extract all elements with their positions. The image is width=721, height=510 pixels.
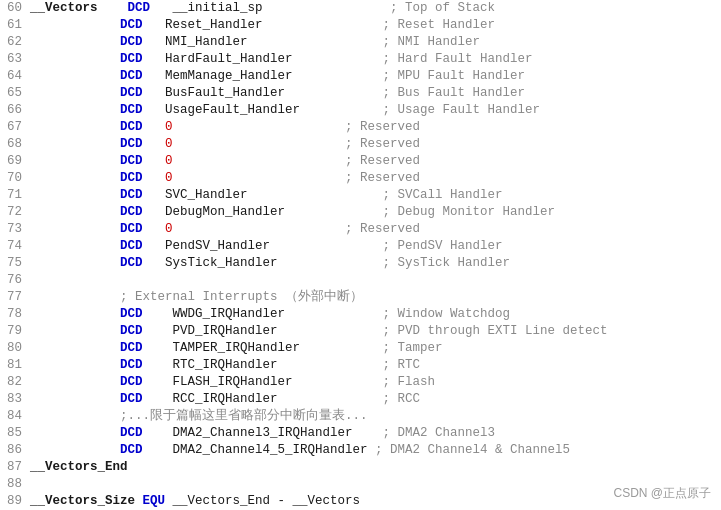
table-row: 73 DCD 0 ; Reserved	[0, 221, 721, 238]
table-row: 80 DCD TAMPER_IRQHandler ; Tamper	[0, 340, 721, 357]
line-number: 85	[0, 425, 30, 442]
line-number: 81	[0, 357, 30, 374]
line-content: DCD DebugMon_Handler ; Debug Monitor Han…	[30, 204, 721, 221]
table-row: 85 DCD DMA2_Channel3_IRQHandler ; DMA2 C…	[0, 425, 721, 442]
line-content: DCD PVD_IRQHandler ; PVD through EXTI Li…	[30, 323, 721, 340]
table-row: 77 ; External Interrupts （外部中断）	[0, 289, 721, 306]
table-row: 83 DCD RCC_IRQHandler ; RCC	[0, 391, 721, 408]
line-number: 63	[0, 51, 30, 68]
table-row: 82 DCD FLASH_IRQHandler ; Flash	[0, 374, 721, 391]
line-content: DCD 0 ; Reserved	[30, 221, 721, 238]
table-row: 70 DCD 0 ; Reserved	[0, 170, 721, 187]
table-row: 72 DCD DebugMon_Handler ; Debug Monitor …	[0, 204, 721, 221]
line-number: 71	[0, 187, 30, 204]
line-content: DCD TAMPER_IRQHandler ; Tamper	[30, 340, 721, 357]
line-content: DCD UsageFault_Handler ; Usage Fault Han…	[30, 102, 721, 119]
line-content: ; External Interrupts （外部中断）	[30, 289, 721, 306]
line-content: DCD BusFault_Handler ; Bus Fault Handler	[30, 85, 721, 102]
line-number: 78	[0, 306, 30, 323]
line-number: 62	[0, 34, 30, 51]
table-row: 60__Vectors DCD __initial_sp ; Top of St…	[0, 0, 721, 17]
line-content: DCD WWDG_IRQHandler ; Window Watchdog	[30, 306, 721, 323]
line-number: 75	[0, 255, 30, 272]
table-row: 81 DCD RTC_IRQHandler ; RTC	[0, 357, 721, 374]
table-row: 62 DCD NMI_Handler ; NMI Handler	[0, 34, 721, 51]
line-number: 77	[0, 289, 30, 306]
line-content: DCD SysTick_Handler ; SysTick Handler	[30, 255, 721, 272]
line-content: DCD 0 ; Reserved	[30, 170, 721, 187]
table-row: 64 DCD MemManage_Handler ; MPU Fault Han…	[0, 68, 721, 85]
line-number: 61	[0, 17, 30, 34]
table-row: 75 DCD SysTick_Handler ; SysTick Handler	[0, 255, 721, 272]
line-number: 83	[0, 391, 30, 408]
line-content: DCD 0 ; Reserved	[30, 119, 721, 136]
table-row: 67 DCD 0 ; Reserved	[0, 119, 721, 136]
table-row: 78 DCD WWDG_IRQHandler ; Window Watchdog	[0, 306, 721, 323]
line-content: DCD DMA2_Channel3_IRQHandler ; DMA2 Chan…	[30, 425, 721, 442]
line-number: 65	[0, 85, 30, 102]
table-row: 76	[0, 272, 721, 289]
table-row: 87__Vectors_End	[0, 459, 721, 476]
line-number: 72	[0, 204, 30, 221]
line-content: DCD RTC_IRQHandler ; RTC	[30, 357, 721, 374]
line-number: 87	[0, 459, 30, 476]
line-number: 60	[0, 0, 30, 17]
line-content: DCD PendSV_Handler ; PendSV Handler	[30, 238, 721, 255]
line-content: __Vectors_End	[30, 459, 721, 476]
line-content: DCD SVC_Handler ; SVCall Handler	[30, 187, 721, 204]
line-number: 86	[0, 442, 30, 459]
line-number: 76	[0, 272, 30, 289]
line-number: 84	[0, 408, 30, 425]
line-content	[30, 272, 721, 289]
table-row: 86 DCD DMA2_Channel4_5_IRQHandler ; DMA2…	[0, 442, 721, 459]
line-number: 88	[0, 476, 30, 493]
line-number: 64	[0, 68, 30, 85]
line-content: DCD RCC_IRQHandler ; RCC	[30, 391, 721, 408]
table-row: 61 DCD Reset_Handler ; Reset Handler	[0, 17, 721, 34]
table-row: 84 ;...限于篇幅这里省略部分中断向量表...	[0, 408, 721, 425]
watermark: CSDN @正点原子	[613, 485, 711, 502]
line-number: 66	[0, 102, 30, 119]
line-number: 89	[0, 493, 30, 510]
line-content: DCD 0 ; Reserved	[30, 153, 721, 170]
table-row: 66 DCD UsageFault_Handler ; Usage Fault …	[0, 102, 721, 119]
line-number: 80	[0, 340, 30, 357]
line-content: DCD Reset_Handler ; Reset Handler	[30, 17, 721, 34]
code-container: 60__Vectors DCD __initial_sp ; Top of St…	[0, 0, 721, 510]
line-number: 79	[0, 323, 30, 340]
line-number: 82	[0, 374, 30, 391]
table-row: 79 DCD PVD_IRQHandler ; PVD through EXTI…	[0, 323, 721, 340]
table-row: 68 DCD 0 ; Reserved	[0, 136, 721, 153]
table-row: 71 DCD SVC_Handler ; SVCall Handler	[0, 187, 721, 204]
line-content: DCD HardFault_Handler ; Hard Fault Handl…	[30, 51, 721, 68]
line-content: DCD MemManage_Handler ; MPU Fault Handle…	[30, 68, 721, 85]
line-content: ;...限于篇幅这里省略部分中断向量表...	[30, 408, 721, 425]
line-number: 70	[0, 170, 30, 187]
line-content: DCD FLASH_IRQHandler ; Flash	[30, 374, 721, 391]
table-row: 65 DCD BusFault_Handler ; Bus Fault Hand…	[0, 85, 721, 102]
line-content: DCD NMI_Handler ; NMI Handler	[30, 34, 721, 51]
line-number: 73	[0, 221, 30, 238]
line-content: __Vectors DCD __initial_sp ; Top of Stac…	[30, 0, 721, 17]
line-content: DCD DMA2_Channel4_5_IRQHandler ; DMA2 Ch…	[30, 442, 721, 459]
table-row: 74 DCD PendSV_Handler ; PendSV Handler	[0, 238, 721, 255]
line-content: DCD 0 ; Reserved	[30, 136, 721, 153]
line-number: 68	[0, 136, 30, 153]
line-number: 74	[0, 238, 30, 255]
line-number: 67	[0, 119, 30, 136]
table-row: 63 DCD HardFault_Handler ; Hard Fault Ha…	[0, 51, 721, 68]
table-row: 69 DCD 0 ; Reserved	[0, 153, 721, 170]
line-number: 69	[0, 153, 30, 170]
